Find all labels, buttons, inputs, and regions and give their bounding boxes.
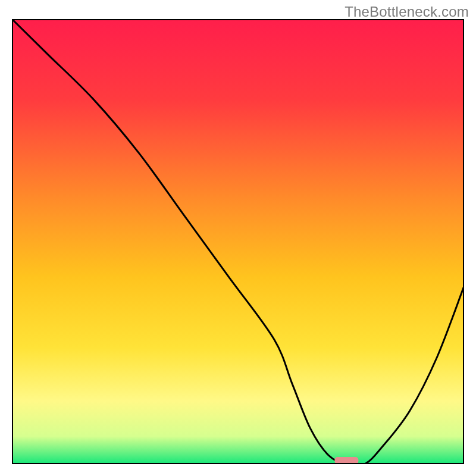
chart-frame: TheBottleneck.com [0,0,476,476]
plot-area [12,19,464,464]
chart-svg [12,19,464,464]
watermark-text: TheBottleneck.com [345,4,469,20]
